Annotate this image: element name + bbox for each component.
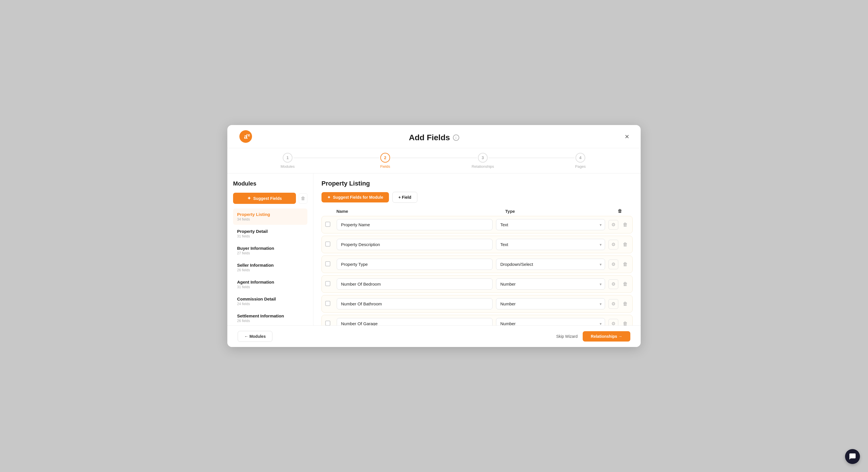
field-type-select-4[interactable]: Text Number Dropdown/Select Date Boolean… (496, 298, 605, 309)
module-item-name: Buyer Information (237, 246, 303, 250)
step-circle-2: 2 (380, 153, 390, 163)
modal-title-group: Add Fields i (409, 133, 459, 142)
fields-rows: Text Number Dropdown/Select Date Boolean… (321, 216, 632, 326)
row-delete-button-4[interactable]: 🗑 (622, 300, 629, 308)
step-fields[interactable]: 2 Fields (336, 153, 434, 169)
field-type-wrapper-2: Text Number Dropdown/Select Date Boolean… (496, 259, 605, 270)
field-checkbox-5[interactable] (325, 321, 330, 326)
table-header-row: Name Type 🗑 (321, 206, 632, 216)
fields-table: Name Type 🗑 Text Number Dropdown/Select … (313, 203, 641, 326)
gear-button-0[interactable]: ⚙ (609, 220, 618, 230)
field-type-wrapper-0: Text Number Dropdown/Select Date Boolean… (496, 219, 605, 230)
back-button[interactable]: ← Modules (238, 331, 272, 342)
sidebar-delete-button[interactable]: 🗑 (299, 193, 307, 204)
field-type-wrapper-5: Text Number Dropdown/Select Date Boolean… (496, 318, 605, 326)
field-type-wrapper-4: Text Number Dropdown/Select Date Boolean… (496, 298, 605, 309)
field-type-select-2[interactable]: Text Number Dropdown/Select Date Boolean… (496, 259, 605, 270)
table-row: Text Number Dropdown/Select Date Boolean… (321, 315, 632, 326)
sidebar-item-commission-detail[interactable]: Commission Detail 24 fields (233, 293, 307, 309)
row-checkbox-col (325, 321, 333, 326)
field-type-wrapper-1: Text Number Dropdown/Select Date Boolean… (496, 239, 605, 250)
field-type-select-0[interactable]: Text Number Dropdown/Select Date Boolean… (496, 219, 605, 230)
sidebar-item-settlement-information[interactable]: Settlement Information 26 fields (233, 310, 307, 326)
step-relationships[interactable]: 3 Relationships (434, 153, 532, 169)
field-checkbox-0[interactable] (325, 222, 330, 227)
suggest-fields-for-module-button[interactable]: ✦ Suggest Fields for Module (321, 192, 389, 202)
field-name-input-2[interactable] (337, 259, 493, 270)
suggest-fields-button[interactable]: ✦ Suggest Fields (233, 193, 296, 204)
sidebar-item-agent-information[interactable]: Agent Information 31 fields (233, 276, 307, 293)
modal-footer: ← Modules Skip Wizard Relationships → (227, 326, 641, 347)
module-list: Property Listing 34 fields Property Deta… (233, 208, 307, 326)
spark-icon: ✦ (247, 196, 251, 201)
module-item-name: Seller Information (237, 263, 303, 268)
field-type-select-3[interactable]: Text Number Dropdown/Select Date Boolean… (496, 278, 605, 290)
logo: a re (239, 130, 253, 143)
field-type-select-1[interactable]: Text Number Dropdown/Select Date Boolean… (496, 239, 605, 250)
sidebar: Modules ✦ Suggest Fields 🗑 Property List… (227, 173, 313, 326)
field-name-input-0[interactable] (337, 219, 493, 230)
field-checkbox-4[interactable] (325, 301, 330, 306)
module-item-name: Commission Detail (237, 297, 303, 301)
field-name-input-4[interactable] (337, 298, 493, 309)
close-button[interactable]: × (625, 133, 629, 140)
section-title: Property Listing (321, 180, 632, 187)
sidebar-item-seller-information[interactable]: Seller Information 26 fields (233, 259, 307, 276)
relationships-button[interactable]: Relationships → (583, 331, 630, 341)
sidebar-actions: ✦ Suggest Fields 🗑 (233, 193, 307, 204)
module-item-count: 34 fields (237, 217, 303, 222)
row-delete-button-2[interactable]: 🗑 (622, 260, 629, 268)
step-label-2: Fields (380, 164, 391, 169)
modal-title: Add Fields (409, 133, 450, 142)
row-delete-button-1[interactable]: 🗑 (622, 241, 629, 248)
module-item-count: 31 fields (237, 234, 303, 238)
field-checkbox-1[interactable] (325, 241, 330, 247)
gear-button-2[interactable]: ⚙ (609, 260, 618, 269)
module-item-name: Settlement Information (237, 313, 303, 318)
field-type-select-5[interactable]: Text Number Dropdown/Select Date Boolean… (496, 318, 605, 326)
table-row: Text Number Dropdown/Select Date Boolean… (321, 295, 632, 312)
field-checkbox-2[interactable] (325, 261, 330, 266)
table-row: Text Number Dropdown/Select Date Boolean… (321, 236, 632, 253)
col-actions-header: 🗑 (618, 208, 629, 214)
step-label-3: Relationships (472, 164, 494, 169)
row-delete-button-0[interactable]: 🗑 (622, 221, 629, 229)
steps-bar: 1 Modules 2 Fields 3 Relationships 4 Pag… (227, 148, 641, 173)
svg-text:re: re (246, 133, 250, 137)
modal-header: a re Add Fields i × (227, 125, 641, 148)
col-type-header: Type (505, 209, 614, 214)
gear-button-1[interactable]: ⚙ (609, 240, 618, 249)
sidebar-heading: Modules (233, 180, 307, 187)
step-circle-1: 1 (283, 153, 292, 163)
header-trash-icon: 🗑 (618, 208, 622, 213)
module-item-count: 26 fields (237, 268, 303, 272)
sidebar-item-property-detail[interactable]: Property Detail 31 fields (233, 225, 307, 242)
step-circle-3: 3 (478, 153, 488, 163)
add-field-button[interactable]: + Field (392, 192, 417, 203)
sidebar-item-property-listing[interactable]: Property Listing 34 fields (233, 208, 307, 225)
field-checkbox-3[interactable] (325, 281, 330, 286)
field-name-input-3[interactable] (337, 278, 493, 290)
info-icon[interactable]: i (453, 134, 459, 141)
step-modules[interactable]: 1 Modules (239, 153, 336, 169)
row-delete-button-3[interactable]: 🗑 (622, 280, 629, 288)
gear-button-5[interactable]: ⚙ (609, 319, 618, 326)
main-actions: ✦ Suggest Fields for Module + Field (321, 192, 632, 203)
gear-button-3[interactable]: ⚙ (609, 279, 618, 289)
field-name-input-5[interactable] (337, 318, 493, 326)
module-item-name: Agent Information (237, 279, 303, 284)
trash-icon: 🗑 (301, 196, 305, 201)
module-item-name: Property Detail (237, 229, 303, 234)
chat-bubble[interactable] (845, 449, 860, 464)
step-pages[interactable]: 4 Pages (532, 153, 629, 169)
module-item-count: 24 fields (237, 302, 303, 306)
field-name-input-1[interactable] (337, 239, 493, 250)
modal-body: Modules ✦ Suggest Fields 🗑 Property List… (227, 173, 641, 326)
sidebar-item-buyer-information[interactable]: Buyer Information 27 fields (233, 242, 307, 259)
skip-wizard-button[interactable]: Skip Wizard (556, 334, 578, 339)
gear-button-4[interactable]: ⚙ (609, 299, 618, 309)
step-label-1: Modules (280, 164, 294, 169)
table-row: Text Number Dropdown/Select Date Boolean… (321, 275, 632, 293)
module-item-name: Property Listing (237, 212, 303, 217)
row-delete-button-5[interactable]: 🗑 (622, 320, 629, 326)
